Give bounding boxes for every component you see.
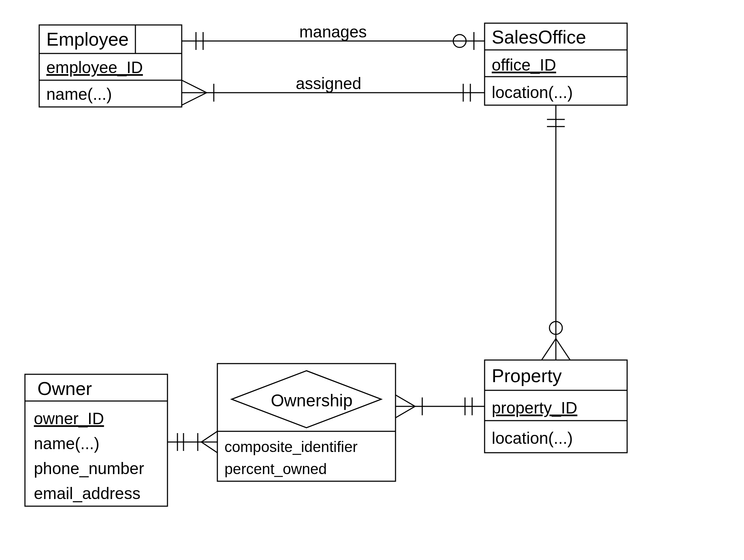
entity-salesoffice: SalesOffice office_ID location(...) (485, 23, 627, 105)
entity-ownership: Ownership composite_identifier percent_o… (217, 364, 396, 481)
relationship-ownership-property (396, 395, 485, 418)
relationship-assigned-label: assigned (296, 74, 361, 93)
entity-employee: Employee employee_ID name(...) (39, 25, 182, 107)
entity-salesoffice-attr-1: location(...) (492, 83, 573, 102)
entity-employee-attr-0: employee_ID (46, 58, 143, 77)
relationship-manages-label: manages (299, 22, 367, 41)
svg-line-39 (396, 395, 415, 406)
entity-owner-attr-2: phone_number (34, 459, 144, 478)
entity-property-attr-0: property_ID (492, 399, 577, 417)
er-diagram: Employee employee_ID name(...) SalesOffi… (0, 0, 744, 560)
relationship-manages: manages (182, 22, 485, 50)
entity-property: Property property_ID location(...) (485, 360, 627, 453)
relationship-assigned: assigned (182, 74, 485, 105)
svg-line-36 (201, 431, 217, 442)
entity-owner-attr-1: name(...) (34, 434, 99, 453)
svg-line-40 (396, 406, 415, 418)
svg-line-30 (542, 339, 556, 360)
svg-line-37 (201, 442, 217, 453)
svg-line-22 (182, 93, 207, 105)
relationship-salesoffice-property (542, 105, 570, 360)
entity-salesoffice-title: SalesOffice (492, 27, 586, 47)
entity-property-title: Property (492, 365, 562, 386)
entity-ownership-attr-0: composite_identifier (224, 438, 358, 455)
entity-ownership-attr-1: percent_owned (224, 461, 327, 477)
svg-line-21 (182, 80, 207, 93)
entity-employee-title: Employee (46, 29, 129, 50)
entity-employee-attr-1: name(...) (46, 85, 112, 103)
entity-property-attr-1: location(...) (492, 429, 573, 447)
entity-owner-attr-0: owner_ID (34, 409, 104, 428)
entity-owner: Owner owner_ID name(...) phone_number em… (25, 374, 167, 506)
svg-line-31 (556, 339, 570, 360)
entity-owner-attr-3: email_address (34, 484, 140, 503)
entity-ownership-title: Ownership (271, 391, 352, 410)
entity-owner-title: Owner (37, 378, 92, 399)
relationship-owner-ownership (167, 431, 217, 453)
entity-salesoffice-attr-0: office_ID (492, 56, 556, 74)
